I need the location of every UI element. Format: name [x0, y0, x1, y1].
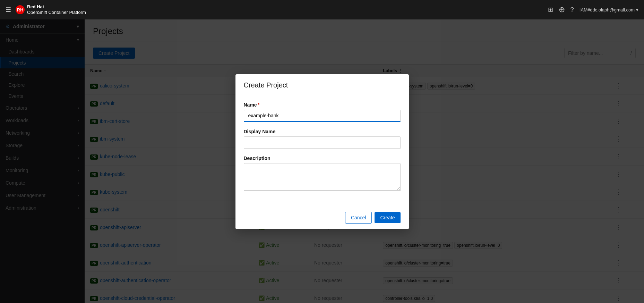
- navbar-right: ⊞ ⊕ ? IAM#ddc.olaph@gmail.com ▾: [548, 5, 638, 14]
- brand-top: Red Hat: [27, 4, 86, 10]
- display-name-form-group: Display Name: [244, 129, 401, 149]
- create-button[interactable]: Create: [375, 212, 400, 223]
- required-asterisk: *: [258, 102, 259, 108]
- description-form-group: Description: [244, 155, 401, 192]
- cancel-button[interactable]: Cancel: [345, 212, 372, 224]
- modal-overlay: Create Project Name* Display Name Descri…: [0, 0, 644, 303]
- grid-icon[interactable]: ⊞: [548, 6, 553, 14]
- svg-text:RH: RH: [17, 7, 24, 12]
- project-name-input[interactable]: [244, 110, 401, 122]
- description-label: Description: [244, 155, 401, 161]
- display-name-label: Display Name: [244, 129, 401, 134]
- navbar: ☰ RH Red Hat OpenShift Container Platfor…: [0, 0, 644, 19]
- modal-header: Create Project: [235, 74, 409, 95]
- create-project-modal: Create Project Name* Display Name Descri…: [235, 74, 409, 229]
- hamburger-icon[interactable]: ☰: [6, 6, 11, 14]
- modal-title: Create Project: [244, 81, 401, 89]
- description-textarea[interactable]: [244, 163, 401, 191]
- brand-name: Red Hat OpenShift Container Platform: [27, 4, 86, 15]
- user-menu[interactable]: IAM#ddc.olaph@gmail.com ▾: [579, 7, 638, 12]
- modal-footer: Cancel Create: [235, 206, 409, 229]
- brand-bottom: OpenShift Container Platform: [27, 10, 86, 15]
- name-form-group: Name*: [244, 102, 401, 122]
- modal-body: Name* Display Name Description: [235, 95, 409, 206]
- user-dropdown-icon: ▾: [636, 7, 638, 12]
- display-name-input[interactable]: [244, 136, 401, 149]
- navbar-left: ☰ RH Red Hat OpenShift Container Platfor…: [6, 4, 86, 15]
- user-email: IAM#ddc.olaph@gmail.com: [579, 7, 635, 12]
- brand-logo: RH Red Hat OpenShift Container Platform: [15, 4, 86, 15]
- add-icon[interactable]: ⊕: [559, 5, 565, 14]
- redhat-logo-icon: RH: [15, 5, 25, 15]
- name-label: Name*: [244, 102, 401, 108]
- help-icon[interactable]: ?: [570, 6, 574, 14]
